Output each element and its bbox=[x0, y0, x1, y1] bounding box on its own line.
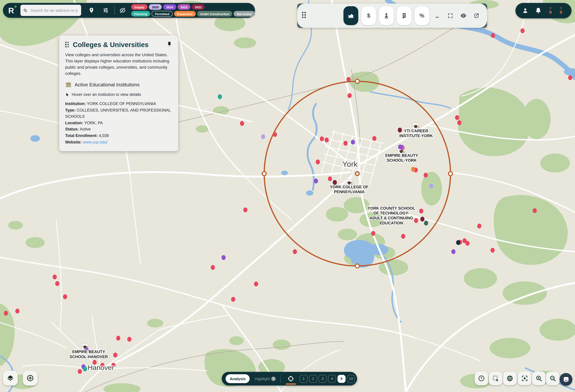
zoom-out-button[interactable] bbox=[546, 371, 560, 385]
map-institution-dot[interactable] bbox=[521, 28, 525, 33]
building-tool-button[interactable] bbox=[397, 6, 411, 25]
notifications-bell-icon[interactable] bbox=[534, 7, 542, 15]
search-input[interactable] bbox=[30, 8, 78, 13]
minimize-icon[interactable] bbox=[432, 11, 442, 21]
map-help-button[interactable]: ? bbox=[475, 371, 488, 385]
radius-4-button[interactable]: 4 bbox=[328, 375, 336, 383]
chat-launcher-button[interactable] bbox=[560, 373, 572, 386]
radius-1-button[interactable]: 1 bbox=[300, 375, 308, 383]
percent-tool-button[interactable]: % bbox=[414, 6, 429, 25]
website-link[interactable]: www.ycp.edu/ bbox=[83, 140, 108, 144]
map-institution-dot[interactable] bbox=[127, 337, 131, 342]
map-institution-dot[interactable] bbox=[55, 281, 59, 286]
map-institution-dot[interactable] bbox=[254, 282, 258, 286]
map-institution-dot[interactable] bbox=[63, 294, 67, 299]
map-institution-dot[interactable] bbox=[419, 209, 423, 214]
map-institution-dot[interactable] bbox=[116, 336, 120, 341]
map-institution-dot[interactable] bbox=[113, 353, 117, 358]
map-institution-dot[interactable] bbox=[221, 255, 226, 260]
visibility-eye-icon[interactable] bbox=[458, 11, 468, 21]
pill-under-construction[interactable]: Under Construction bbox=[197, 11, 232, 17]
map-institution-dot[interactable] bbox=[401, 234, 405, 239]
radius-5-button[interactable]: 5 bbox=[337, 375, 346, 383]
radius-handle[interactable] bbox=[355, 264, 359, 268]
analysis-tab[interactable]: Analysis bbox=[226, 374, 250, 383]
map-institution-dot[interactable] bbox=[333, 180, 337, 185]
pill-not-active[interactable]: Not Active bbox=[234, 11, 255, 17]
map-institution-dot[interactable] bbox=[261, 134, 265, 139]
pill-2024[interactable]: 2024 bbox=[163, 4, 176, 10]
hide-layers-eye-off-icon[interactable] bbox=[119, 6, 126, 14]
map-institution-dot[interactable] bbox=[465, 241, 470, 246]
map-institution-dot[interactable] bbox=[568, 75, 572, 80]
map-institution-dot[interactable] bbox=[78, 369, 82, 374]
map-institution-dot[interactable] bbox=[211, 265, 215, 270]
map-institution-dot[interactable] bbox=[420, 217, 424, 222]
app-logo[interactable]: R+ bbox=[8, 6, 17, 15]
map-institution-dot[interactable] bbox=[231, 297, 235, 302]
map-institution-dot[interactable] bbox=[218, 94, 222, 99]
map-institution-dot[interactable] bbox=[351, 140, 355, 145]
radius-ring-button[interactable] bbox=[286, 372, 295, 386]
map-institution-dot[interactable] bbox=[411, 167, 415, 172]
radius-2-button[interactable]: 2 bbox=[309, 375, 317, 383]
map-institution-dot[interactable] bbox=[477, 224, 481, 229]
zoom-in-button[interactable] bbox=[532, 371, 546, 385]
fullscreen-icon[interactable] bbox=[445, 11, 455, 21]
pill-expansion[interactable]: Expansion bbox=[174, 11, 196, 17]
radius-center-handle[interactable] bbox=[356, 172, 359, 175]
map-institution-dot[interactable] bbox=[316, 159, 320, 164]
open-external-icon[interactable] bbox=[471, 11, 481, 21]
toolbar-drag-handle[interactable] bbox=[302, 12, 306, 20]
credit-counter-1[interactable]: 0 bbox=[549, 7, 552, 14]
radius-handle[interactable] bbox=[355, 79, 359, 83]
select-area-button[interactable] bbox=[489, 371, 503, 385]
map-institution-dot[interactable] bbox=[243, 208, 247, 212]
map-institution-dot[interactable] bbox=[325, 138, 329, 142]
radius-10-button[interactable]: 10 bbox=[347, 375, 355, 383]
map-institution-dot[interactable] bbox=[347, 93, 352, 98]
map-institution-dot[interactable] bbox=[83, 367, 87, 371]
search-box[interactable] bbox=[21, 5, 81, 16]
area-chart-tool-button[interactable] bbox=[343, 6, 358, 25]
pill-planning[interactable]: Planning bbox=[131, 11, 150, 17]
map-institution-dot[interactable] bbox=[490, 248, 495, 253]
map-institution-dot[interactable] bbox=[491, 33, 495, 38]
radius-handle[interactable] bbox=[262, 172, 266, 175]
pill-permitted[interactable]: Permitted bbox=[152, 11, 173, 17]
filters-sliders-icon[interactable] bbox=[102, 6, 110, 14]
layers-button[interactable] bbox=[3, 371, 18, 386]
map-institution-dot[interactable] bbox=[398, 128, 402, 132]
map-institution-dot[interactable] bbox=[424, 173, 428, 177]
center-map-button[interactable] bbox=[518, 371, 531, 385]
map-institution-dot[interactable] bbox=[533, 208, 537, 213]
map-institution-dot[interactable] bbox=[398, 145, 402, 149]
map-institution-dot[interactable] bbox=[455, 115, 459, 120]
map-institution-dot[interactable] bbox=[4, 311, 8, 316]
card-drag-handle[interactable] bbox=[65, 42, 69, 48]
location-pin-icon[interactable] bbox=[88, 6, 95, 14]
pill-2022[interactable]: 2022 bbox=[192, 4, 205, 10]
map-institution-dot[interactable] bbox=[429, 184, 433, 189]
map-institution-dot[interactable] bbox=[414, 218, 418, 223]
help-badge-icon[interactable]: ? bbox=[271, 376, 276, 381]
map-institution-dot[interactable] bbox=[240, 121, 244, 126]
dollar-tool-button[interactable]: $ bbox=[361, 6, 376, 25]
map-institution-dot[interactable] bbox=[456, 240, 460, 245]
map-institution-dot[interactable] bbox=[424, 221, 428, 226]
add-button[interactable] bbox=[23, 371, 38, 386]
map-institution-dot[interactable] bbox=[15, 308, 19, 313]
map-institution-dot[interactable] bbox=[320, 136, 324, 141]
person-pin-tool-button[interactable] bbox=[379, 6, 394, 25]
map-institution-dot[interactable] bbox=[346, 77, 351, 82]
map-institution-dot[interactable] bbox=[343, 141, 348, 146]
map-institution-dot[interactable] bbox=[451, 249, 455, 254]
highlight-tab[interactable]: Highlight ? bbox=[255, 376, 276, 381]
map-institution-dot[interactable] bbox=[293, 249, 297, 254]
pin-card-icon[interactable] bbox=[167, 41, 172, 48]
basemap-globe-button[interactable] bbox=[503, 371, 517, 385]
map-institution-dot[interactable] bbox=[457, 120, 461, 125]
user-profile-icon[interactable] bbox=[521, 7, 529, 15]
pill-2025[interactable]: 2025 bbox=[149, 4, 162, 10]
pill-supply[interactable]: Supply bbox=[131, 4, 147, 10]
